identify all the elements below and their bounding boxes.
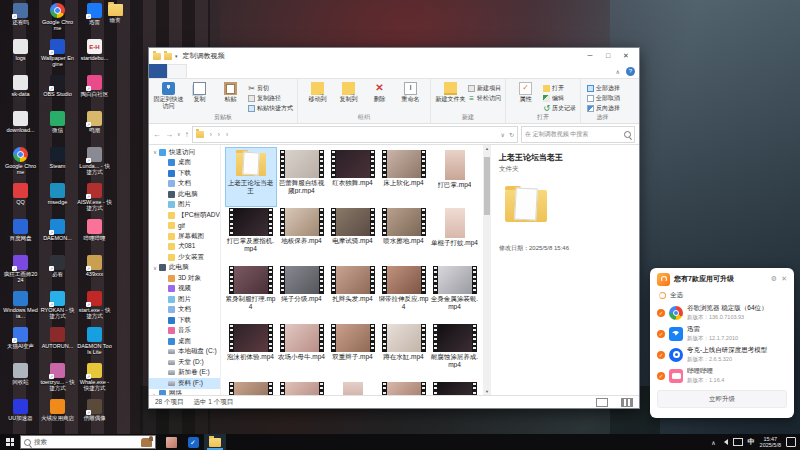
file-item[interactable]: 泡沫初体验.mp4 <box>226 322 276 380</box>
desktop-icon[interactable]: 僧雕偶像 <box>76 398 113 434</box>
notification-center-icon[interactable] <box>786 437 796 447</box>
ribbon-button[interactable]: 固定到快速访问 <box>153 81 184 109</box>
nav-tree-item[interactable]: 桌面 <box>149 336 220 347</box>
file-item[interactable] <box>430 380 480 395</box>
ime-indicator[interactable]: 中 <box>748 437 755 447</box>
nav-tree-item[interactable]: 下载 <box>149 315 220 326</box>
nav-tree-item[interactable]: 图片 <box>149 294 220 305</box>
desktop-icon[interactable]: E-H startdebu... <box>76 38 113 74</box>
file-item[interactable]: 扎辫头发.mp4 <box>328 264 378 322</box>
ribbon-button[interactable]: 移动到 <box>302 81 333 103</box>
desktop-icon[interactable]: AUTORUN... <box>39 326 76 362</box>
nav-tree-item[interactable]: 视频 <box>149 284 220 295</box>
desktop-icon[interactable]: 百度网盘 <box>2 218 39 254</box>
file-item[interactable]: 蹲在水缸.mp4 <box>379 322 429 380</box>
nav-tree-item[interactable]: 此电脑 <box>149 189 220 200</box>
file-item[interactable]: 打巴掌.mp4 <box>430 148 480 206</box>
new-folder-quick-icon[interactable] <box>164 53 172 60</box>
ribbon-small-button[interactable]: 剪切 <box>246 83 293 93</box>
checked-checkbox-icon[interactable]: ✓ <box>657 309 665 317</box>
desktop-icon[interactable]: Google Chrome <box>39 2 76 38</box>
desktop-icon[interactable]: 还看吗 <box>2 2 39 38</box>
file-item[interactable] <box>277 380 327 395</box>
vertical-scrollbar[interactable]: ▲ ▼ <box>483 145 491 395</box>
nav-tree-item[interactable]: 屏幕截图 <box>149 231 220 242</box>
refresh-icon[interactable]: ↻ <box>509 131 514 138</box>
ribbon-tab[interactable] <box>187 64 205 78</box>
select-all-checkbox[interactable] <box>659 292 666 299</box>
ribbon-button[interactable]: 删除 <box>364 81 395 103</box>
update-app-row[interactable]: ✓ 谷歌浏览器 稳定版（64位） 新版本：136.0.7103.93 <box>650 302 794 323</box>
desktop-icon[interactable]: OBS Studio <box>39 74 76 110</box>
ribbon-tab[interactable] <box>167 64 187 78</box>
desktop-icon[interactable]: start.exe - 快捷方式 <box>76 290 113 326</box>
nav-tree-item[interactable]: 文档 <box>149 305 220 316</box>
desktop-icon[interactable]: 微信 <box>39 110 76 146</box>
desktop-icon[interactable]: DAEMON Tools Lite <box>76 326 113 362</box>
file-item[interactable]: 打巴掌及擦指机.mp4 <box>226 206 276 264</box>
close-icon[interactable]: ✕ <box>781 275 787 283</box>
file-item[interactable]: 绑带拉伸反应.mp4 <box>379 264 429 322</box>
close-button[interactable]: ✕ <box>617 49 635 63</box>
quick-access-toolbar[interactable]: ▾ <box>153 53 178 60</box>
back-button[interactable]: ← <box>153 130 161 139</box>
ribbon-button[interactable]: 复制到 <box>333 81 364 103</box>
nav-tree-item[interactable]: gif <box>149 221 220 232</box>
forward-button[interactable]: → <box>165 130 173 139</box>
desktop-icon[interactable]: UU加速器 <box>2 398 39 434</box>
minimize-button[interactable]: ─ <box>581 49 599 63</box>
desktop-icon[interactable]: 回收站 <box>2 362 39 398</box>
ribbon-small-button[interactable]: 复制路径 <box>246 93 293 103</box>
nav-tree-item[interactable]: 少女装置 <box>149 252 220 263</box>
ribbon-small-button[interactable]: 全部取消 <box>585 93 620 103</box>
ribbon-button[interactable]: 属性 <box>510 81 541 103</box>
details-view-toggle[interactable] <box>596 398 608 407</box>
checked-checkbox-icon[interactable]: ✓ <box>657 372 665 380</box>
address-dropdown-icon[interactable]: ∨ <box>501 131 505 138</box>
file-item[interactable]: 电摩试骑.mp4 <box>328 206 378 264</box>
taskbar-app-avatar[interactable] <box>160 434 182 450</box>
update-app-row[interactable]: ✓ 夸克-上线自研深度思考模型 新版本：2.6.5.320 <box>650 344 794 365</box>
desktop-icon[interactable]: 天猫AI变声 <box>2 326 39 362</box>
chevron-down-icon[interactable]: ▾ <box>175 53 178 59</box>
breadcrumb-item[interactable] <box>207 131 215 138</box>
nav-tree-item[interactable]: 音乐 <box>149 326 220 337</box>
breadcrumb-item[interactable] <box>215 131 223 138</box>
taskbar-app-explorer[interactable] <box>204 434 226 450</box>
ribbon-small-button[interactable]: 反向选择 <box>585 103 620 113</box>
search-highlight-horse-image[interactable] <box>141 438 152 447</box>
desktop-icon-folder[interactable]: 物资 <box>98 2 132 23</box>
nav-tree-item[interactable]: 文档 <box>149 179 220 190</box>
ribbon-small-button[interactable]: 粘贴快捷方式 <box>246 103 293 113</box>
desktop-icon[interactable]: Steam <box>39 146 76 182</box>
file-item[interactable]: 绳子分级.mp4 <box>277 264 327 322</box>
desktop-icon[interactable]: RYOKAN - 快捷方式 <box>39 290 76 326</box>
recent-locations-dropdown[interactable]: ∨ <box>177 131 181 137</box>
checked-checkbox-icon[interactable]: ✓ <box>657 351 665 359</box>
desktop-icon[interactable]: toenzyu... - 快捷方式 <box>39 362 76 398</box>
desktop-icon[interactable]: QQ <box>2 182 39 218</box>
scroll-up-arrow[interactable]: ▲ <box>483 146 491 151</box>
ribbon-tab[interactable] <box>205 64 223 78</box>
update-app-row[interactable]: ✓ 哔哩哔哩 新版本：1.16.4 <box>650 365 794 386</box>
scrollbar-thumb[interactable] <box>484 157 490 215</box>
checked-checkbox-icon[interactable]: ✓ <box>657 330 665 338</box>
file-item[interactable]: 全身金属涂装银.mp4 <box>430 264 480 322</box>
start-button[interactable] <box>0 434 20 450</box>
file-item[interactable]: 农场小母牛.mp4 <box>277 322 327 380</box>
ribbon-small-button[interactable]: 打开 <box>541 83 576 93</box>
breadcrumb[interactable]: ∨ ↻ <box>192 126 518 143</box>
select-all-row[interactable]: 全选 <box>650 290 794 302</box>
nav-tree-item[interactable]: 资料 (F:) <box>149 378 220 389</box>
desktop-icon[interactable]: DAEMON... <box>39 218 76 254</box>
desktop-icon[interactable]: AISW.exe - 快捷方式 <box>76 182 113 218</box>
speaker-icon[interactable] <box>721 439 728 445</box>
desktop-icon[interactable]: 439xxx <box>76 254 113 290</box>
desktop-icon[interactable]: msedge <box>39 182 76 218</box>
file-item[interactable] <box>328 380 378 395</box>
desktop-icon[interactable]: sk-data <box>2 74 39 110</box>
desktop-icon[interactable]: Google Chrome <box>2 146 39 182</box>
nav-tree-item[interactable]: ∨ 此电脑 <box>149 263 220 274</box>
file-item[interactable]: 耐腐蚀涂层养成.mp4 <box>430 322 480 380</box>
file-item[interactable]: 上老王论坛当老王 <box>226 148 276 206</box>
